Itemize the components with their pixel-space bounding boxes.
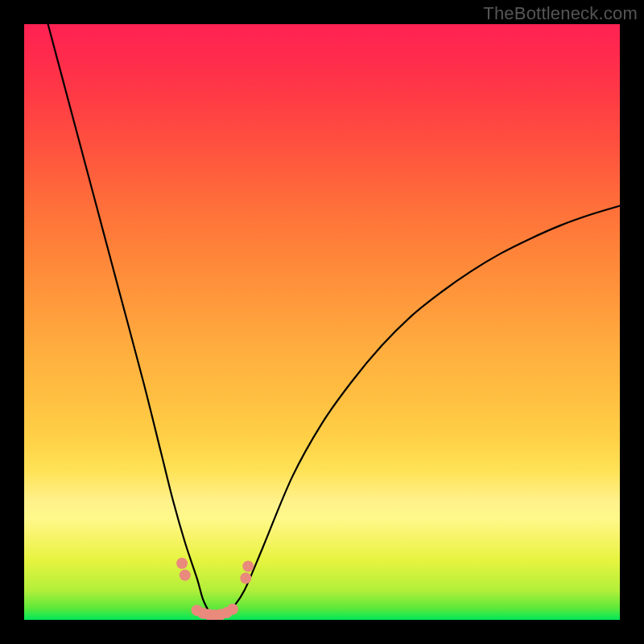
valley-marker [240, 572, 251, 584]
plot-area [24, 24, 620, 620]
valley-marker [242, 560, 254, 572]
valley-marker [180, 570, 191, 581]
watermark-text: TheBottleneck.com [483, 3, 638, 24]
bottleneck-curve [48, 24, 620, 617]
curve-layer [24, 24, 620, 620]
valley-marker [227, 604, 238, 615]
valley-markers [176, 558, 254, 620]
valley-marker [176, 558, 188, 569]
chart-frame: TheBottleneck.com [0, 0, 644, 644]
